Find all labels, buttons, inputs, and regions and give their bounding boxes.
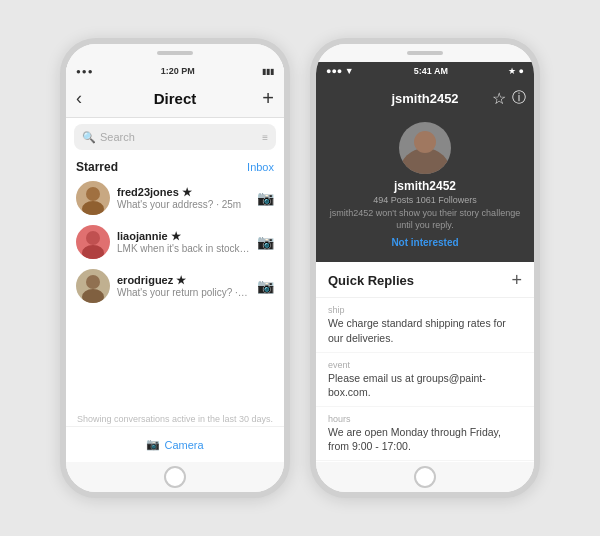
- convo-name: erodriguez ★: [117, 274, 250, 287]
- home-button-2[interactable]: [414, 466, 436, 488]
- profile-header-username: jsmith2452: [391, 91, 458, 106]
- compose-button[interactable]: +: [262, 87, 274, 110]
- svg-point-2: [86, 231, 100, 245]
- camera-icon[interactable]: 📷: [257, 234, 274, 250]
- convo-text: erodriguez ★ What's your return policy? …: [117, 274, 250, 298]
- search-input[interactable]: Search: [100, 131, 258, 143]
- phone-screen-direct: ●●● 1:20 PM ▮▮▮ ‹ Direct + 🔍 Search ≡ St…: [66, 62, 284, 462]
- convo-preview: What's your return policy? · 25m: [117, 287, 250, 298]
- camera-icon[interactable]: 📷: [257, 190, 274, 206]
- qr-keyword: event: [328, 360, 522, 370]
- table-row[interactable]: liaojannie ★ LMK when it's back in stock…: [66, 220, 284, 264]
- phone-top-bar-2: [316, 44, 534, 62]
- svg-point-7: [414, 131, 436, 153]
- table-row[interactable]: erodriguez ★ What's your return policy? …: [66, 264, 284, 308]
- signal-dots: ●●●: [76, 67, 94, 76]
- status-time-2: 5:41 AM: [414, 66, 448, 76]
- home-button[interactable]: [164, 466, 186, 488]
- phone-speaker-2: [407, 51, 443, 55]
- star-button[interactable]: ☆: [492, 89, 506, 108]
- home-btn-area-2: [316, 462, 534, 492]
- svg-point-4: [86, 275, 100, 289]
- avatar: [76, 225, 110, 259]
- showing-note: Showing conversations active in the last…: [66, 410, 284, 426]
- qr-keyword: hours: [328, 414, 522, 424]
- search-icon: 🔍: [82, 131, 96, 144]
- quick-replies-section: Quick Replies + ship We charge standard …: [316, 262, 534, 462]
- phone-quick-replies: ●●● ▼ 5:41 AM ★ ● jsmith2452 ☆ ⓘ jsmith2…: [310, 38, 540, 498]
- filter-icon[interactable]: ≡: [262, 132, 268, 143]
- camera-button[interactable]: 📷 Camera: [146, 438, 203, 451]
- inbox-link[interactable]: Inbox: [247, 161, 274, 173]
- phone-screen-profile: ●●● ▼ 5:41 AM ★ ● jsmith2452 ☆ ⓘ jsmith2…: [316, 62, 534, 462]
- profile-stats: 494 Posts 1061 Followers: [373, 195, 477, 205]
- profile-desc: jsmith2452 won't show you their story ch…: [326, 208, 524, 231]
- camera-icon-small: 📷: [146, 438, 160, 451]
- phone-top-bar: [66, 44, 284, 62]
- direct-nav-bar: ‹ Direct +: [66, 80, 284, 118]
- convo-text: liaojannie ★ LMK when it's back in stock…: [117, 230, 250, 254]
- list-item[interactable]: event Please email us at groups@paint-bo…: [316, 353, 534, 407]
- status-time: 1:20 PM: [161, 66, 195, 76]
- qr-keyword: ship: [328, 305, 522, 315]
- convo-preview: LMK when it's back in stock! · 25m: [117, 243, 250, 254]
- status-bar-left: ●●●: [76, 67, 94, 76]
- qr-text: Please email us at groups@paint-box.com.: [328, 371, 522, 399]
- convo-name: fred23jones ★: [117, 186, 250, 199]
- list-item[interactable]: hours We are open Monday through Friday,…: [316, 407, 534, 461]
- add-quick-reply-button[interactable]: +: [511, 270, 522, 291]
- convo-text: fred23jones ★ What's your address? · 25m: [117, 186, 250, 210]
- camera-icon[interactable]: 📷: [257, 278, 274, 294]
- status-bar-dark: ●●● ▼ 5:41 AM ★ ●: [316, 62, 534, 80]
- qr-text: We charge standard shipping rates for ou…: [328, 316, 522, 344]
- not-interested-button[interactable]: Not interested: [391, 237, 458, 248]
- qr-text: We are open Monday through Friday, from …: [328, 425, 522, 453]
- svg-point-3: [82, 245, 104, 259]
- list-item[interactable]: ship We charge standard shipping rates f…: [316, 298, 534, 352]
- convo-preview: What's your address? · 25m: [117, 199, 250, 210]
- svg-point-1: [82, 201, 104, 215]
- camera-bar: 📷 Camera: [66, 426, 284, 462]
- camera-label: Camera: [164, 439, 203, 451]
- status-bar: ●●● 1:20 PM ▮▮▮: [66, 62, 284, 80]
- svg-point-5: [82, 289, 104, 303]
- phone-direct: ●●● 1:20 PM ▮▮▮ ‹ Direct + 🔍 Search ≡ St…: [60, 38, 290, 498]
- profile-username: jsmith2452: [394, 179, 456, 193]
- svg-point-0: [86, 187, 100, 201]
- search-bar[interactable]: 🔍 Search ≡: [74, 124, 276, 150]
- starred-header: Starred Inbox: [66, 156, 284, 176]
- profile-header-bar: jsmith2452 ☆ ⓘ: [316, 80, 534, 116]
- avatar: [76, 269, 110, 303]
- nav-title: Direct: [154, 90, 197, 107]
- status-right: ★ ●: [508, 66, 524, 76]
- quick-replies-header: Quick Replies +: [316, 262, 534, 298]
- profile-avatar: [399, 122, 451, 174]
- phone-speaker: [157, 51, 193, 55]
- conversation-list: fred23jones ★ What's your address? · 25m…: [66, 176, 284, 410]
- home-btn-area: [66, 462, 284, 492]
- starred-label: Starred: [76, 160, 118, 174]
- profile-section: jsmith2452 494 Posts 1061 Followers jsmi…: [316, 116, 534, 262]
- signal-left: ●●● ▼: [326, 66, 354, 76]
- avatar: [76, 181, 110, 215]
- convo-name: liaojannie ★: [117, 230, 250, 243]
- status-bar-right: ▮▮▮: [262, 67, 274, 76]
- quick-replies-title: Quick Replies: [328, 273, 414, 288]
- battery-icon: ▮▮▮: [262, 67, 274, 76]
- quick-replies-list: ship We charge standard shipping rates f…: [316, 298, 534, 462]
- table-row[interactable]: fred23jones ★ What's your address? · 25m…: [66, 176, 284, 220]
- back-button[interactable]: ‹: [76, 88, 82, 109]
- info-button[interactable]: ⓘ: [512, 89, 526, 107]
